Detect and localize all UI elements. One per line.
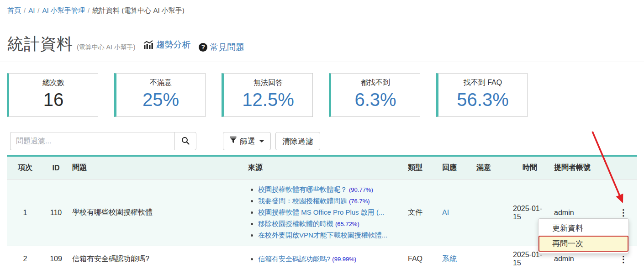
question-circle-icon: ?: [199, 43, 207, 52]
breadcrumb-separator: /: [24, 6, 26, 14]
breadcrumb-ai-helper-admin[interactable]: AI 小幫手管理: [42, 6, 85, 14]
page-title: 統計資料: [7, 33, 73, 55]
responder-link[interactable]: AI: [442, 209, 449, 216]
col-header-id: ID: [43, 156, 69, 179]
menu-item-ask-again[interactable]: 再問一次: [538, 236, 628, 252]
col-header-type: 類型: [404, 156, 438, 179]
stat-label: 總次數: [9, 78, 98, 88]
cell-satisfaction: [473, 246, 509, 269]
col-header-question: 問題: [69, 156, 244, 179]
stat-label: 都找不到: [331, 78, 420, 88]
table-header-row: 項次 ID 問題 來源 類型 回應 滿意 時間 提問者帳號: [7, 156, 637, 179]
source-confidence: (90.77%): [349, 186, 373, 193]
cell-responder: 系統: [438, 246, 473, 269]
stat-label: 無法回答: [224, 78, 312, 88]
source-item: 信箱有安全碼認功能嗎?(99.99%): [258, 253, 401, 265]
kebab-menu-button[interactable]: ⋮: [617, 207, 631, 218]
clear-filter-button[interactable]: 清除過濾: [275, 132, 320, 150]
trend-analysis-link[interactable]: 趨勢分析: [143, 39, 190, 51]
stat-card-total: 總次數 16: [7, 73, 98, 117]
source-link[interactable]: 移除校園授權軟體的時機: [258, 220, 333, 227]
cell-index: 2: [7, 246, 43, 269]
source-confidence: (65.72%): [335, 221, 359, 227]
filter-button-label: 篩選: [240, 136, 255, 147]
source-link[interactable]: 我要發問：校園授權軟體問題: [258, 197, 347, 205]
source-confidence: (76.7%): [349, 198, 370, 205]
menu-item-update-data[interactable]: 更新資料: [538, 221, 628, 236]
col-header-source: 來源: [244, 156, 404, 179]
source-confidence: (99.99%): [332, 256, 356, 263]
stat-value: 6.3%: [331, 90, 420, 110]
cell-sources: 校園授權軟體有哪些軟體呢？(90.77%) 我要發問：校園授權軟體問題(76.7…: [244, 179, 404, 246]
filter-button[interactable]: 篩選: [223, 132, 271, 150]
funnel-icon: [230, 137, 237, 146]
search-button[interactable]: [174, 132, 196, 150]
col-header-index: 項次: [7, 156, 43, 179]
stat-value: 12.5%: [224, 90, 312, 110]
responder-link[interactable]: 系統: [442, 255, 457, 263]
breadcrumb-ai[interactable]: AI: [28, 6, 35, 14]
bar-chart-icon: [143, 40, 153, 49]
cell-id: 109: [43, 246, 69, 269]
source-item: 校園授權軟體 MS Office Pro Plus 啟用 (...: [258, 207, 401, 218]
search-icon: [181, 136, 190, 147]
col-header-time: 時間: [509, 156, 550, 179]
faq-link[interactable]: ? 常見問題: [199, 42, 244, 53]
filter-toolbar: 篩選 清除過濾: [10, 132, 644, 150]
row-context-menu: 更新資料 再問一次: [538, 218, 629, 254]
source-item: 校園授權軟體有哪些軟體呢？(90.77%): [258, 184, 401, 195]
stat-cards: 總次數 16 不滿意 25% 無法回答 12.5% 都找不到 6.3% 找不到 …: [7, 73, 644, 117]
stat-value: 16: [9, 90, 98, 110]
search-group: [10, 132, 196, 150]
stat-card-not-found: 都找不到 6.3%: [329, 73, 420, 117]
breadcrumb-home[interactable]: 首頁: [7, 6, 21, 14]
stat-label: 不滿意: [116, 78, 205, 88]
cell-id: 110: [43, 179, 69, 246]
source-link[interactable]: 在校外要開啟VPN才能下載校園授權軟體...: [258, 231, 387, 239]
breadcrumb-separator: /: [37, 6, 39, 14]
source-link[interactable]: 校園授權軟體 MS Office Pro Plus 啟用 (...: [258, 208, 384, 216]
col-header-satisfaction: 滿意: [473, 156, 509, 179]
breadcrumb-separator: /: [88, 6, 90, 14]
source-link[interactable]: 信箱有安全碼認功能嗎?: [258, 255, 330, 263]
col-header-actions: [610, 156, 637, 179]
search-input[interactable]: [10, 132, 174, 150]
cell-question: 學校有哪些校園授權軟體: [69, 179, 244, 246]
title-divider: [0, 62, 644, 62]
cell-satisfaction: [473, 179, 509, 246]
breadcrumb: 首頁/AI/AI 小幫手管理/統計資料 (電算中心 AI 小幫手): [0, 0, 644, 15]
stat-card-faq-not-found: 找不到 FAQ 56.3%: [436, 73, 528, 117]
faq-label: 常見問題: [210, 42, 244, 53]
source-item: 在校外要開啟VPN才能下載校園授權軟體...: [258, 230, 401, 241]
col-header-account: 提問者帳號: [550, 156, 610, 179]
stat-value: 25%: [116, 90, 205, 110]
stat-card-unsatisfied: 不滿意 25%: [114, 73, 206, 117]
caret-down-icon: [259, 140, 264, 142]
cell-index: 1: [7, 179, 43, 246]
page-header: 統計資料 (電算中心 AI 小幫手) 趨勢分析 ? 常見問題: [7, 33, 644, 55]
trend-analysis-label: 趨勢分析: [156, 39, 190, 51]
page-subtitle: (電算中心 AI 小幫手): [77, 43, 135, 52]
col-header-responder: 回應: [438, 156, 473, 179]
stat-label: 找不到 FAQ: [438, 78, 527, 88]
kebab-menu-button[interactable]: ⋮: [617, 254, 631, 264]
cell-sources: 信箱有安全碼認功能嗎?(99.99%): [244, 246, 404, 269]
stat-card-unanswerable: 無法回答 12.5%: [222, 73, 313, 117]
cell-type: 文件: [404, 179, 438, 246]
source-link[interactable]: 校園授權軟體有哪些軟體呢？: [258, 185, 347, 193]
source-item: 移除校園授權軟體的時機(65.72%): [258, 218, 401, 230]
stat-value: 56.3%: [438, 90, 527, 110]
cell-question: 信箱有安全碼認功能嗎?: [69, 246, 244, 269]
breadcrumb-current: 統計資料 (電算中心 AI 小幫手): [92, 6, 185, 14]
source-item: 我要發問：校園授權軟體問題(76.7%): [258, 195, 401, 207]
cell-type: FAQ: [404, 246, 438, 269]
cell-responder: AI: [438, 179, 473, 246]
